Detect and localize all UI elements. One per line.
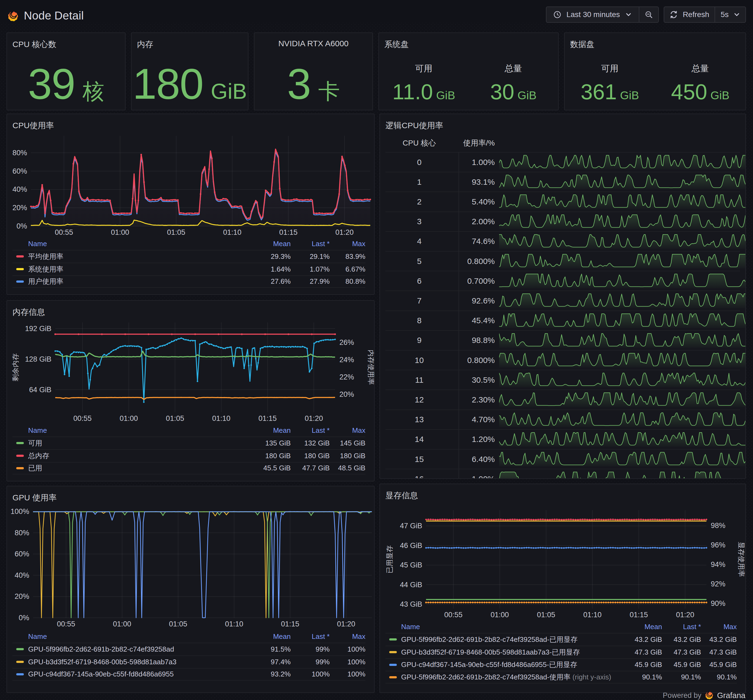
legend-series-name[interactable]: 系统使用率 [12, 265, 247, 274]
series-point [115, 349, 117, 350]
series-point [101, 333, 103, 335]
legend-series-name[interactable]: 总内存 [12, 451, 247, 461]
legend-max-value: 6.67% [330, 265, 366, 273]
y-tick-label: 44 GiB [400, 581, 422, 589]
zoom-out-button[interactable] [639, 7, 658, 22]
gpu-usage-chart[interactable]: 00:5501:0001:0501:1001:1501:200%20%40%60… [7, 486, 375, 631]
vram-legend: Name Mean Last * Max GPU-5f996fb2-2d62-6… [386, 620, 737, 683]
series-point [671, 519, 672, 521]
legend-header-mean[interactable]: Mean [247, 240, 291, 248]
series-point [73, 163, 74, 164]
table-header-usage[interactable]: 使用率/% [462, 138, 495, 148]
series-point [134, 345, 135, 347]
vram-chart[interactable]: 00:5501:0001:0501:1001:1501:2043 GiB44 G… [380, 484, 746, 622]
series-point [432, 547, 434, 549]
y-tick-label-right: 94% [711, 560, 725, 569]
legend-header-mean[interactable]: Mean [247, 632, 291, 641]
series-point [203, 169, 204, 171]
legend-series-name[interactable]: GPU-5f996fb2-2d62-691b-2b82-c74ef39258ad… [386, 672, 619, 682]
x-tick-label: 01:00 [113, 620, 131, 628]
legend-series-name[interactable]: 平均使用率 [12, 252, 247, 261]
series-point [668, 547, 670, 549]
legend-series-name[interactable]: 用户使用率 [12, 277, 247, 286]
table-cell-sparkline [499, 233, 745, 249]
series-point [69, 376, 70, 377]
legend-swatch [16, 281, 24, 283]
legend-series-name[interactable]: GPU-5f996fb2-2d62-691b-2b82-c74ef39258ad [12, 645, 247, 653]
memory-chart[interactable]: 00:5501:0001:0501:1001:1501:2064 GiB128 … [7, 301, 375, 425]
legend-header-max[interactable]: Max [701, 623, 737, 631]
legend-series-name[interactable]: GPU-b3d3f52f-6719-8468-00b5-598d81aab7a3 [12, 658, 247, 666]
grafana-brand-label: Grafana [717, 691, 745, 700]
y-tick-label: 60% [15, 550, 29, 558]
legend-header-last[interactable]: Last * [291, 240, 330, 248]
legend-mean-value: 91.5% [247, 645, 291, 653]
legend-header: Name Mean Last * Max [386, 620, 737, 633]
series-point [666, 519, 667, 520]
table-cell-core: 3 [380, 217, 459, 226]
series-point [290, 200, 292, 201]
series-point [531, 547, 532, 549]
legend-mean-value: 180 GiB [247, 452, 291, 460]
legend-header-name[interactable]: Name [386, 623, 619, 631]
series-point [612, 519, 614, 520]
x-tick-label: 01:00 [491, 611, 509, 619]
legend-series-name[interactable]: GPU-c94df367-145a-90eb-c55f-fd8d486a6955… [386, 660, 619, 669]
legend-header-name[interactable]: Name [12, 426, 247, 435]
series-point [507, 547, 509, 549]
table-header-cpu-core[interactable]: CPU 核心 [380, 138, 459, 148]
y-tick-label: 40% [15, 571, 29, 579]
series-point [330, 213, 331, 214]
series-point [276, 346, 278, 348]
series-point [701, 602, 703, 603]
refresh-button[interactable]: Refresh [664, 7, 715, 22]
y-tick-label: 192 GiB [25, 324, 52, 333]
series-point [458, 602, 459, 603]
series-point [206, 341, 208, 343]
table-row-separator [386, 152, 740, 153]
series-point [319, 212, 320, 214]
cpu-usage-chart[interactable]: 00:5501:0001:0501:1001:1501:200%20%40%60… [7, 114, 375, 239]
table-cell-usage: 2.30% [462, 395, 495, 404]
legend-header-name[interactable]: Name [12, 632, 247, 641]
series-point [241, 348, 243, 349]
legend-header-last[interactable]: Last * [291, 426, 330, 435]
y-tick-label: 100% [11, 507, 29, 516]
series-point [622, 547, 623, 549]
legend-header-name[interactable]: Name [12, 240, 247, 248]
time-range-picker[interactable]: Last 30 minutes [547, 7, 639, 22]
series-point [171, 333, 173, 335]
series-point [556, 519, 558, 520]
sparkline-fill [499, 254, 745, 268]
series-point [608, 519, 609, 521]
legend-series-name[interactable]: 已用 [12, 463, 247, 473]
legend-header-max[interactable]: Max [330, 240, 366, 248]
legend-header-last[interactable]: Last * [662, 623, 701, 631]
series-point [78, 333, 79, 335]
table-cell-core: 9 [380, 336, 459, 345]
series-point [437, 602, 439, 603]
legend-series-name[interactable]: GPU-5f996fb2-2d62-691b-2b82-c74ef39258ad… [386, 635, 619, 644]
series-point [225, 198, 227, 200]
series-point [131, 345, 133, 347]
time-range-label: Last 30 minutes [567, 10, 620, 19]
table-row-separator [386, 350, 740, 351]
sparkline-fill [499, 215, 745, 229]
series-point [484, 547, 485, 549]
legend-header-max[interactable]: Max [330, 632, 366, 641]
x-tick-label: 01:20 [335, 228, 354, 236]
sparkline-line [499, 472, 745, 479]
series-point [509, 519, 511, 521]
legend-series-name[interactable]: GPU-c94df367-145a-90eb-c55f-fd8d486a6955 [12, 670, 247, 678]
legend-header-mean[interactable]: Mean [247, 426, 291, 435]
legend-header-max[interactable]: Max [330, 426, 366, 435]
legend-series-name[interactable]: GPU-b3d3f52f-6719-8468-00b5-598d81aab7a3… [386, 647, 619, 657]
table-cell-usage: 0.800% [462, 257, 495, 266]
series-point [687, 547, 689, 549]
legend-series-name[interactable]: 可用 [12, 438, 247, 448]
series-point [94, 362, 96, 364]
legend-header-mean[interactable]: Mean [619, 623, 662, 631]
series-point [265, 190, 266, 191]
refresh-interval-picker[interactable]: 5s [715, 7, 745, 22]
legend-header-last[interactable]: Last * [291, 632, 330, 641]
